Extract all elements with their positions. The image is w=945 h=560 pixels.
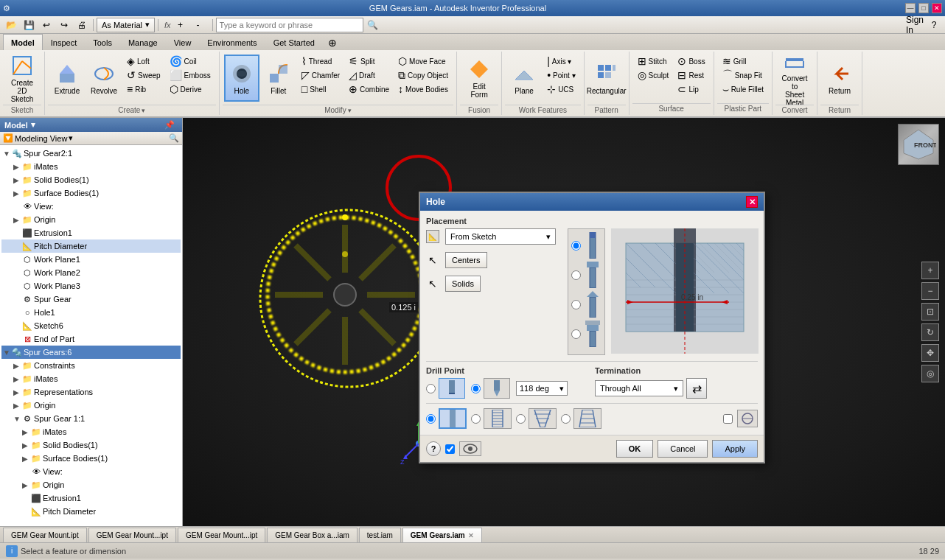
- tree-expand-spur-gears-6[interactable]: ▼: [3, 349, 12, 357]
- help-button[interactable]: ?: [426, 441, 441, 456]
- stitch-button[interactable]: ⊞Stitch: [634, 55, 673, 68]
- tree-item-origin[interactable]: ▶ 📁 Origin: [1, 213, 181, 226]
- hole-shape-radio-4[interactable]: [561, 414, 571, 424]
- flip-direction-button[interactable]: ⇄: [686, 378, 707, 399]
- chamfer-button[interactable]: ◸Chamfer: [298, 69, 344, 82]
- search-input[interactable]: [216, 18, 363, 32]
- viewport[interactable]: 0.125 i FRONT + − ⊡ ↻ ✥ ◎ Hole ✕: [183, 118, 945, 526]
- sidebar-pin-button[interactable]: 📌: [164, 120, 175, 129]
- rib-button[interactable]: ≡Rib: [123, 83, 164, 96]
- zoom-fit-button[interactable]: ⊡: [921, 303, 939, 321]
- pan-view-button[interactable]: ✥: [921, 344, 939, 362]
- fx-remove-button[interactable]: -: [190, 18, 206, 32]
- tree-item-imates[interactable]: ▶ 📁 iMates: [1, 160, 181, 173]
- tree-item-origin2[interactable]: ▶ 📁 Origin: [1, 399, 181, 412]
- tree-item-solid-bodies2[interactable]: ▶ 📁 Solid Bodies(1): [1, 438, 181, 452]
- tree-item-pitch-diameter[interactable]: 📐 Pitch Diameter: [1, 239, 181, 253]
- tree-expand-representations[interactable]: ▶: [13, 388, 22, 396]
- grill-button[interactable]: ≋Grill: [719, 55, 767, 68]
- revolve-button[interactable]: Revolve: [86, 55, 122, 102]
- derive-button[interactable]: ⬡Derive: [166, 83, 215, 96]
- qat-open-button[interactable]: 📂: [3, 18, 19, 32]
- minimize-button[interactable]: —: [905, 3, 916, 13]
- ucs-button[interactable]: ⊹UCS: [543, 83, 579, 96]
- tree-item-extrusion1[interactable]: ⬛ Extrusion1: [1, 226, 181, 239]
- point-button[interactable]: •Point ▾: [543, 69, 579, 82]
- tree-item-solid-bodies[interactable]: ▶ 📁 Solid Bodies(1): [1, 173, 181, 186]
- hole-shape-1[interactable]: [426, 408, 467, 429]
- tree-expand-surface-bodies[interactable]: ▶: [13, 189, 22, 197]
- tree-item-imates3[interactable]: ▶ 📁 iMates: [1, 425, 181, 438]
- tree-expand-imates[interactable]: ▶: [13, 163, 22, 171]
- tree-item-end-of-part[interactable]: ⊠ End of Part: [1, 332, 181, 346]
- tree-item-surface-bodies[interactable]: ▶ 📁 Surface Bodies(1): [1, 186, 181, 200]
- tree-item-spur-gear[interactable]: ⚙ Spur Gear: [1, 293, 181, 306]
- create-2d-sketch-button[interactable]: Create 2D Sketch: [4, 55, 40, 102]
- from-sketch-dropdown[interactable]: From Sketch ▾: [445, 228, 556, 245]
- edit-form-button[interactable]: Edit Form: [461, 55, 497, 102]
- centers-button[interactable]: Centers: [445, 252, 487, 268]
- hole-type-radio-4[interactable]: [571, 329, 581, 339]
- tree-item-spur-gear-2-1[interactable]: ▼ 🔩 Spur Gear2:1: [1, 147, 181, 160]
- drill-angle-field[interactable]: 118 deg ▾: [516, 381, 568, 396]
- tree-item-surface-bodies2[interactable]: ▶ 📁 Surface Bodies(1): [1, 452, 181, 465]
- thread-options-checkbox[interactable]: [723, 414, 733, 424]
- tab-gem-gear-box[interactable]: GEM Gear Box a...iam: [267, 528, 358, 542]
- axis-button[interactable]: |Axis ▾: [543, 55, 579, 68]
- return-button[interactable]: Return: [822, 55, 857, 102]
- tree-expand-spur-gear-2-1[interactable]: ▼: [3, 150, 12, 158]
- tree-expand-imates2[interactable]: ▶: [13, 375, 22, 383]
- drill-flat-radio[interactable]: [426, 384, 436, 393]
- sign-in-button[interactable]: Sign In: [907, 18, 923, 32]
- tree-expand-imates3[interactable]: ▶: [22, 428, 31, 436]
- tree-expand-spur-gear-1-1[interactable]: ▼: [13, 415, 22, 423]
- tab-model[interactable]: Model: [3, 34, 43, 50]
- tab-extra[interactable]: ⊕: [323, 34, 342, 50]
- rest-button[interactable]: ⊟Rest: [674, 69, 708, 82]
- preview-icon-button[interactable]: [459, 441, 481, 456]
- fx-add-button[interactable]: +: [172, 18, 189, 32]
- qat-redo-button[interactable]: ↪: [56, 18, 72, 32]
- help-button[interactable]: ?: [926, 18, 942, 32]
- hole-type-2[interactable]: [571, 262, 601, 288]
- search-button[interactable]: 🔍: [365, 18, 381, 32]
- pattern-rectangular-button[interactable]: Rectangular: [589, 55, 624, 102]
- hole-shape-4[interactable]: [561, 408, 601, 429]
- drill-point-radio[interactable]: [471, 384, 481, 393]
- tab-gem-gears[interactable]: GEM Gears.iam ✕: [402, 528, 482, 542]
- preview-checkbox[interactable]: [445, 444, 455, 454]
- hole-type-3[interactable]: [571, 291, 601, 318]
- qat-save-button[interactable]: 💾: [21, 18, 37, 32]
- tree-item-spur-gears-6[interactable]: ▼ 🔩 Spur Gears:6: [1, 346, 181, 359]
- drill-angle-dropdown-arrow[interactable]: ▾: [559, 384, 564, 393]
- coil-button[interactable]: 🌀Coil: [166, 55, 215, 68]
- hole-type-radio-1[interactable]: [571, 241, 581, 251]
- tree-expand-origin3[interactable]: ▶: [22, 481, 31, 489]
- tab-gem-gear-mount-1[interactable]: GEM Gear Mount.ipt: [3, 528, 87, 542]
- hole-button[interactable]: Hole: [224, 55, 259, 102]
- termination-dropdown[interactable]: Through All ▾: [595, 380, 683, 396]
- tree-item-pitch-diameter2[interactable]: 📐 Pitch Diameter: [1, 505, 181, 518]
- rotate-view-button[interactable]: ↻: [921, 323, 939, 341]
- tree-item-hole1[interactable]: ○ Hole1: [1, 306, 181, 319]
- hole-type-1[interactable]: [571, 232, 601, 259]
- move-bodies-button[interactable]: ↕Move Bodies: [394, 83, 452, 96]
- qat-undo-button[interactable]: ↩: [38, 18, 55, 32]
- hole-shape-radio-1[interactable]: [426, 414, 436, 424]
- tab-tools[interactable]: Tools: [85, 34, 120, 50]
- tab-test[interactable]: test.iam: [359, 528, 401, 542]
- tab-inspect[interactable]: Inspect: [43, 34, 85, 50]
- tree-item-origin3[interactable]: ▶ 📁 Origin: [1, 478, 181, 491]
- convert-sheet-metal-button[interactable]: Convert to Sheet Metal: [777, 55, 812, 102]
- draft-button[interactable]: ◿Draft: [345, 69, 393, 82]
- copy-object-button[interactable]: ⧉Copy Object: [394, 69, 452, 82]
- tree-expand-surface-bodies2[interactable]: ▶: [22, 455, 31, 463]
- plane-button[interactable]: Plane: [506, 55, 542, 102]
- tree-expand-origin2[interactable]: ▶: [13, 402, 22, 410]
- tab-environments[interactable]: Environments: [199, 34, 265, 50]
- tree-expand-solid-bodies[interactable]: ▶: [13, 176, 22, 184]
- zoom-in-button[interactable]: +: [921, 262, 939, 279]
- apply-button[interactable]: Apply: [712, 440, 758, 458]
- navcube[interactable]: FRONT: [898, 124, 939, 165]
- tree-item-view[interactable]: 👁 View:: [1, 200, 181, 213]
